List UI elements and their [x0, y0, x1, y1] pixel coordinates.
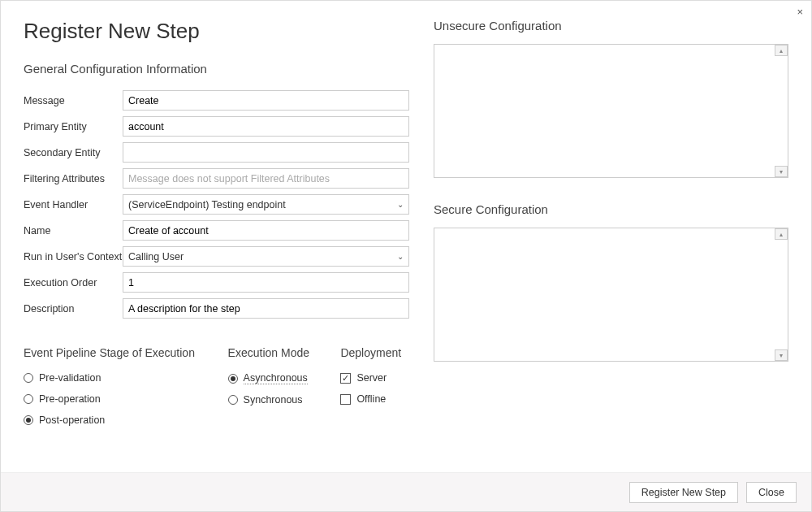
unsecure-config-textarea[interactable]: ▴ ▾ [434, 44, 788, 178]
pipeline-group: Event Pipeline Stage of Execution Pre-va… [24, 346, 207, 436]
radio-icon [228, 395, 238, 405]
section-unsecure: Unsecure Configuration [434, 19, 788, 33]
event-handler-select[interactable]: (ServiceEndpoint) Testing endpoint ⌄ [123, 194, 409, 215]
spinner-up-icon[interactable]: ▴ [775, 45, 788, 56]
label-description: Description [24, 303, 123, 315]
dialog-footer: Register New Step Close [1, 472, 811, 511]
label-execution-order: Execution Order [24, 277, 123, 289]
checkbox-server[interactable]: ✓ Server [340, 372, 409, 384]
section-deployment: Deployment [340, 346, 409, 359]
section-secure: Secure Configuration [434, 202, 788, 216]
spinner-up-icon[interactable]: ▴ [775, 228, 788, 240]
left-column: Register New Step General Configuration … [24, 15, 409, 464]
checkbox-label: Offline [356, 393, 386, 405]
label-name: Name [24, 225, 123, 236]
execution-order-input[interactable] [123, 272, 409, 293]
radio-icon [228, 374, 238, 384]
label-filtering-attributes: Filtering Attributes [24, 173, 123, 184]
run-context-value: Calling User [128, 251, 184, 263]
mode-group: Execution Mode Asynchronous Synchronous [228, 346, 320, 436]
section-mode: Execution Mode [228, 346, 320, 359]
bottom-option-groups: Event Pipeline Stage of Execution Pre-va… [24, 346, 409, 436]
radio-icon [24, 415, 33, 425]
label-message: Message [24, 95, 123, 106]
section-pipeline: Event Pipeline Stage of Execution [24, 346, 207, 359]
run-context-select[interactable]: Calling User ⌄ [123, 246, 409, 267]
right-column: Unsecure Configuration ▴ ▾ Secure Config… [434, 15, 788, 464]
radio-pre-validation[interactable]: Pre-validation [24, 372, 207, 384]
description-input[interactable] [123, 298, 409, 319]
radio-label: Pre-validation [39, 372, 101, 384]
close-icon[interactable]: × [797, 6, 803, 18]
radio-label: Post-operation [39, 414, 105, 426]
secure-config-textarea[interactable]: ▴ ▾ [434, 228, 788, 362]
checkbox-icon [340, 394, 351, 405]
radio-icon [24, 373, 33, 383]
label-event-handler: Event Handler [24, 199, 123, 210]
radio-label: Asynchronous [244, 372, 308, 384]
checkbox-icon: ✓ [340, 373, 351, 384]
radio-pre-operation[interactable]: Pre-operation [24, 393, 207, 405]
checkbox-label: Server [356, 372, 387, 384]
register-button[interactable]: Register New Step [629, 482, 738, 503]
secondary-entity-input[interactable] [123, 142, 409, 163]
radio-post-operation[interactable]: Post-operation [24, 414, 207, 426]
deployment-group: Deployment ✓ Server Offline [340, 346, 409, 436]
radio-icon [24, 394, 33, 404]
spinner-down-icon[interactable]: ▾ [775, 166, 788, 177]
register-step-dialog: × Register New Step General Configuratio… [0, 0, 812, 512]
name-input[interactable] [123, 220, 409, 241]
filtering-attributes-input [123, 168, 409, 189]
primary-entity-input[interactable] [123, 116, 409, 137]
radio-async[interactable]: Asynchronous [228, 372, 320, 384]
label-primary-entity: Primary Entity [24, 121, 123, 132]
chevron-down-icon: ⌄ [397, 252, 404, 261]
radio-label: Synchronous [244, 394, 303, 406]
label-secondary-entity: Secondary Entity [24, 147, 123, 158]
dialog-content: Register New Step General Configuration … [1, 1, 811, 472]
dialog-title: Register New Step [24, 19, 409, 44]
event-handler-value: (ServiceEndpoint) Testing endpoint [128, 199, 286, 210]
close-button[interactable]: Close [746, 482, 797, 503]
checkbox-offline[interactable]: Offline [340, 393, 409, 405]
message-input[interactable] [123, 90, 409, 111]
label-run-context: Run in User's Context [24, 251, 123, 263]
chevron-down-icon: ⌄ [397, 200, 404, 209]
spinner-down-icon[interactable]: ▾ [775, 349, 788, 361]
radio-sync[interactable]: Synchronous [228, 394, 320, 406]
section-general: General Configuration Information [24, 62, 409, 76]
radio-label: Pre-operation [39, 393, 101, 405]
